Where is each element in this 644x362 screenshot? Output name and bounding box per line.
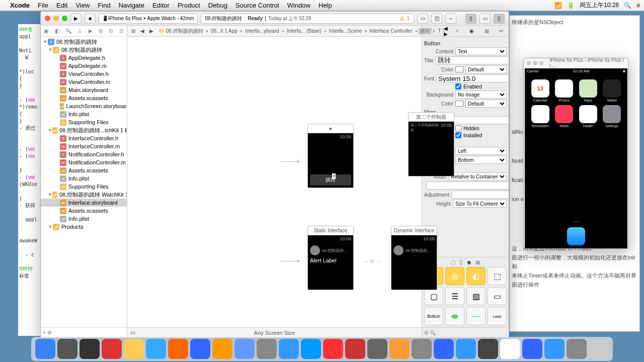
dock-item-23[interactable] [544, 339, 565, 359]
file-AppDelegate.m[interactable]: mAppDelegate.m [41, 62, 127, 70]
file-LaunchScreen.storyboard[interactable]: sbLaunchScreen.storyboard [41, 102, 127, 110]
enabled-checkbox[interactable] [455, 83, 461, 89]
menu-extra[interactable]: ≡ [636, 2, 640, 9]
dock-item-25[interactable] [589, 339, 609, 359]
color-select[interactable]: Default [465, 65, 507, 73]
dock-item-7[interactable] [190, 339, 210, 359]
dock[interactable] [31, 337, 613, 361]
status-icon[interactable]: 📶 [554, 2, 562, 9]
lib-switch[interactable]: ⬬ [445, 307, 464, 325]
watch-button[interactable]: 跳转 [310, 174, 351, 186]
toggle-navigator[interactable]: ▯ [465, 14, 476, 24]
zoom-button[interactable] [62, 16, 67, 21]
menu-help[interactable]: Help [318, 2, 332, 9]
editor-assistant[interactable]: ◫ [431, 14, 442, 24]
dock-item-6[interactable] [168, 339, 188, 359]
battery-icon[interactable]: 🔋 [567, 2, 575, 9]
dock-item-22[interactable] [522, 339, 542, 359]
app-Calendar[interactable]: 13Calendar [530, 79, 551, 102]
file-NotificationController.m[interactable]: mNotificationController.m [41, 158, 127, 166]
spotlight-icon[interactable]: 🔍 [624, 2, 631, 9]
dock-item-20[interactable] [478, 339, 498, 359]
file-Supporting Files[interactable]: fdSupporting Files [41, 183, 127, 191]
scheme-selector[interactable]: 📱 iPhone 6s Plus + Apple Watch - 42mm [99, 14, 198, 24]
dock-item-18[interactable] [434, 339, 454, 359]
file-Main.storyboard[interactable]: sbMain.storyboard [41, 86, 127, 94]
vert-select[interactable]: Bottom [455, 156, 507, 164]
width-num[interactable] [426, 182, 509, 190]
scene-second[interactable]: 第二个控制器 第二个控制器的跳转10:09 [408, 112, 454, 176]
menu-file[interactable]: File [38, 2, 48, 9]
file-Supporting Files[interactable]: fdSupporting Files [41, 118, 127, 126]
menubar[interactable]: Xcode File Edit View Find Navigate Edito… [0, 0, 644, 11]
file-Info.plist[interactable]: plInfo.plist [41, 110, 127, 118]
dock-item-14[interactable] [345, 339, 365, 359]
lib-button[interactable]: Button [424, 307, 443, 325]
inspector-tabs[interactable]: ▢?≡◉▦⇄ [422, 26, 509, 37]
menu-window[interactable]: Window [287, 2, 310, 9]
lib-glance[interactable]: ◎ [445, 267, 464, 285]
file-Info.plist[interactable]: plInfo.plist [41, 174, 127, 183]
editor-standard[interactable]: ▭ [417, 14, 428, 24]
menu-source-control[interactable]: Source Control [235, 2, 279, 9]
project-nav-icon[interactable]: ▣ [44, 28, 48, 34]
bgcolor-select[interactable]: Default [465, 100, 507, 108]
menu-edit[interactable]: Edit [56, 2, 67, 9]
app-Settings[interactable]: Settings [602, 105, 623, 128]
project-tree[interactable]: ▼X08.控制器的跳转▼📁08.控制器的跳转hAppDelegate.hmApp… [41, 37, 127, 327]
toggle-utilities[interactable]: ▯ [494, 14, 505, 24]
lib-slider[interactable]: — [466, 307, 486, 325]
dock-item-21[interactable] [500, 339, 520, 359]
run-button[interactable]: ▶ [70, 14, 82, 24]
dock-item-8[interactable] [212, 339, 232, 359]
file-AppDelegate.h[interactable]: hAppDelegate.h [41, 54, 127, 62]
dock-item-17[interactable] [412, 339, 432, 359]
lib-storyboard-ref[interactable]: ⬚ [488, 267, 507, 285]
installed-checkbox[interactable] [455, 132, 461, 138]
dock-item-11[interactable] [279, 339, 299, 359]
dock-item-15[interactable] [367, 339, 387, 359]
dock-item-4[interactable] [124, 339, 144, 359]
dock-item-10[interactable] [257, 339, 277, 359]
menu-view[interactable]: View [75, 2, 90, 9]
menubar-clock[interactable]: 周五上午10:28 [580, 1, 619, 10]
dock-item-0[interactable] [35, 339, 55, 359]
toggle-debug[interactable]: ▭ [479, 14, 491, 24]
dock-item-16[interactable] [389, 339, 410, 359]
app-Maps[interactable]: Maps [578, 79, 599, 102]
lib-notification[interactable]: ◐ [466, 267, 486, 285]
sim-safari[interactable] [567, 227, 585, 245]
simulator-screen[interactable]: Carrier10:28 AM■ 13CalendarPhotosMapsWal… [525, 68, 627, 248]
title-input[interactable] [436, 56, 509, 64]
navigator-filter[interactable]: + ⊕ [41, 327, 127, 337]
bg-select[interactable]: No Image [455, 90, 507, 99]
dock-item-1[interactable] [57, 339, 77, 359]
dock-item-9[interactable] [234, 339, 255, 359]
lib-separator[interactable]: ▭ [488, 287, 507, 305]
minimize-button[interactable] [53, 16, 59, 21]
dock-item-19[interactable] [456, 339, 476, 359]
lib-label[interactable]: Label [488, 307, 507, 325]
content-select[interactable]: Text [455, 47, 507, 55]
file-Info.plist[interactable]: plInfo.plist [41, 215, 127, 223]
width-select[interactable]: Relative to Container [448, 172, 507, 180]
stop-button[interactable]: ■ [85, 14, 96, 24]
file-ViewController.m[interactable]: mViewController.m [41, 78, 127, 86]
app-News[interactable]: News [554, 105, 575, 128]
navigator-tabs[interactable]: ▣◧🔍⚠▶⊞⊟☰ [41, 26, 127, 37]
scene-static[interactable]: Static Interface 10:09 08.控制器的... Alert … [307, 226, 354, 290]
menu-product[interactable]: Product [178, 2, 200, 9]
scene-dynamic[interactable]: Dynamic Interface 10:09 08.控制器的... [391, 226, 437, 290]
file-NotificationController.h[interactable]: hNotificationController.h [41, 150, 127, 158]
file-Assets.xcassets[interactable]: xcAssets.xcassets [41, 207, 127, 215]
dock-item-12[interactable] [301, 339, 321, 359]
file-Assets.xcassets[interactable]: xcAssets.xcassets [41, 166, 127, 174]
menu-navigate[interactable]: Navigate [119, 2, 144, 9]
height-select[interactable]: Size To Fit Content [453, 200, 507, 208]
app-Health[interactable]: Health [578, 105, 599, 128]
file-InterfaceController.h[interactable]: hInterfaceController.h [41, 134, 127, 142]
hidden-checkbox[interactable] [455, 125, 461, 131]
file-InterfaceController.m[interactable]: mInterfaceController.m [41, 142, 127, 150]
app-Reminders[interactable]: Reminders [530, 105, 551, 128]
editor-version[interactable]: ↔ [445, 14, 456, 24]
